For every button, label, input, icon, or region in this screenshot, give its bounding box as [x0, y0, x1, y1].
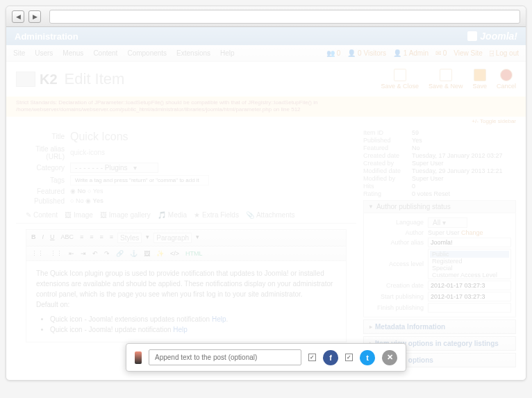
- tab-gallery[interactable]: 🖼 Image gallery: [100, 211, 151, 219]
- alias-field[interactable]: quick-icons: [70, 149, 105, 156]
- save-button[interactable]: Save: [472, 69, 487, 90]
- tab-content[interactable]: ✎ Content: [26, 211, 58, 219]
- joomla-brand: Joomla!: [467, 31, 517, 42]
- category-select[interactable]: - - - - - - - Plugins ▾: [70, 163, 158, 173]
- tab-attach[interactable]: 📎 Attachments: [246, 211, 295, 219]
- k2-logo-icon: [16, 72, 35, 87]
- url-input[interactable]: [49, 10, 520, 24]
- tags-input[interactable]: [70, 175, 209, 185]
- k2-logo-text: K2: [40, 72, 58, 88]
- alias-label: Title alias (URL): [16, 145, 70, 160]
- item-meta: Item ID59 PublishedYes FeaturedNo Create…: [363, 129, 516, 197]
- status-users[interactable]: 👥 0: [326, 49, 340, 57]
- facebook-checkbox[interactable]: ✓: [308, 354, 316, 361]
- main-menu: Site Users Menus Content Components Exte…: [6, 45, 526, 62]
- bold-icon: B: [29, 233, 38, 243]
- title-field[interactable]: Quick Icons: [70, 131, 128, 143]
- browser-toolbar: ◀ ▶: [6, 6, 526, 27]
- menu-extensions[interactable]: Extensions: [176, 49, 210, 57]
- php-warning: Strict Standards: Declaration of JParame…: [6, 97, 526, 117]
- rich-text-editor: BIUABC ≡≡≡≡ Styles▾ Paragraph▾ ⋮⋮⋮⋮⇤⇥↶↷🔗…: [26, 229, 347, 342]
- tab-image[interactable]: 🖼 Image: [65, 211, 93, 219]
- help-link[interactable]: Help: [212, 315, 226, 323]
- published-radio[interactable]: ○ No ◉ Yes: [70, 197, 103, 204]
- logout-link[interactable]: ⍈ Log out: [490, 49, 519, 57]
- admin-header: Administration Joomla!: [6, 27, 526, 45]
- page-title: Edit Item: [65, 70, 125, 88]
- cancel-button[interactable]: Cancel: [497, 69, 516, 90]
- admin-title: Administration: [15, 31, 78, 42]
- save-new-button[interactable]: Save & New: [429, 69, 463, 90]
- author-alias-input[interactable]: [428, 238, 511, 247]
- title-label: Title: [16, 133, 70, 140]
- facebook-icon[interactable]: f: [323, 350, 338, 365]
- menu-site[interactable]: Site: [13, 49, 25, 57]
- menu-menus[interactable]: Menus: [63, 49, 83, 57]
- joomla-icon: [467, 31, 477, 41]
- back-button[interactable]: ◀: [12, 10, 24, 23]
- twitter-checkbox[interactable]: ✓: [345, 354, 353, 361]
- save-close-button[interactable]: Save & Close: [381, 69, 419, 90]
- author-panel-head[interactable]: ▼Author publishing status: [363, 200, 516, 213]
- close-dialog-button[interactable]: ✕: [382, 350, 397, 365]
- tab-media[interactable]: 🎵 Media: [158, 211, 187, 219]
- status-visitors[interactable]: 👤 0 Visitors: [347, 49, 386, 57]
- menu-help[interactable]: Help: [220, 49, 235, 57]
- view-site-link[interactable]: View Site: [454, 49, 483, 57]
- twitter-icon[interactable]: t: [360, 350, 375, 365]
- start-publish-input[interactable]: [428, 292, 511, 301]
- accordion-metadata[interactable]: ▸Metadata Information: [363, 320, 516, 334]
- featured-label: Featured: [16, 188, 70, 195]
- change-author-link[interactable]: Change: [461, 229, 483, 236]
- buffer-icon: [135, 351, 142, 364]
- category-label: Category: [16, 164, 70, 172]
- share-dialog: ✓ f ✓ t ✕: [126, 343, 406, 372]
- published-label: Published: [16, 197, 70, 205]
- creation-date-input[interactable]: [428, 281, 511, 290]
- forward-button[interactable]: ▶: [28, 10, 41, 23]
- italic-icon: I: [40, 233, 47, 243]
- menu-components[interactable]: Components: [127, 49, 167, 57]
- help-link[interactable]: Help: [173, 326, 188, 333]
- status-messages[interactable]: ✉ 0: [435, 49, 447, 57]
- editor-body[interactable]: The Quick Icon plugin group is used to p…: [26, 261, 346, 342]
- content-tabs: ✎ Content 🖼 Image 🖼 Image gallery 🎵 Medi…: [16, 207, 356, 224]
- menu-users[interactable]: Users: [35, 49, 53, 57]
- editor-toolbar-2[interactable]: ⋮⋮⋮⋮⇤⇥↶↷🔗⚓🖼✨</>HTML: [26, 247, 346, 261]
- tab-extra[interactable]: ★ Extra Fields: [194, 211, 239, 219]
- editor-toolbar[interactable]: BIUABC ≡≡≡≡ Styles▾ Paragraph▾: [26, 230, 346, 247]
- featured-radio[interactable]: ◉ No ○ Yes: [70, 188, 103, 194]
- list-item: Quick icon - Joomla! update notification…: [50, 324, 336, 335]
- finish-publish-input[interactable]: [428, 303, 511, 313]
- list-item: Quick icon - Joomla! extensions updates …: [50, 314, 336, 324]
- author-panel: LanguageAll ▾ AuthorSuper User Change Au…: [363, 213, 516, 317]
- underline-icon: U: [48, 233, 57, 243]
- status-admin[interactable]: 👤 1 Admin: [393, 49, 429, 57]
- access-level-select[interactable]: Public Registered Special Customer Acces…: [428, 249, 511, 279]
- toggle-sidebar-link[interactable]: +/- Toggle sidebar: [6, 117, 526, 124]
- language-select[interactable]: All ▾: [428, 217, 467, 228]
- tags-label: Tags: [16, 176, 70, 184]
- share-text-input[interactable]: [149, 349, 301, 365]
- menu-content[interactable]: Content: [93, 49, 117, 57]
- page-header: K2 Edit Item Save & Close Save & New Sav…: [6, 62, 526, 97]
